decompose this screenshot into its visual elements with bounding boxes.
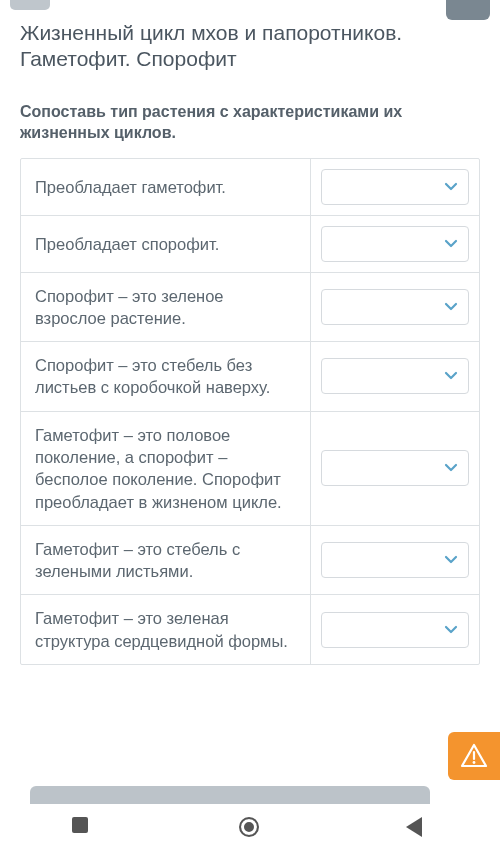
select-dropdown[interactable] — [321, 358, 469, 394]
chevron-down-icon — [444, 237, 458, 251]
select-dropdown[interactable] — [321, 169, 469, 205]
table-row: Спорофит – это стебель без листьев с кор… — [21, 342, 479, 412]
row-label: Спорофит – это стебель без листьев с кор… — [21, 342, 311, 411]
circle-icon — [239, 817, 259, 837]
top-action-button[interactable] — [446, 0, 490, 20]
triangle-back-icon — [406, 817, 422, 837]
select-dropdown[interactable] — [321, 542, 469, 578]
warning-triangle-icon — [460, 742, 488, 770]
select-dropdown[interactable] — [321, 226, 469, 262]
android-nav-bar — [0, 804, 500, 852]
svg-point-1 — [473, 761, 476, 764]
chevron-down-icon — [444, 180, 458, 194]
select-dropdown[interactable] — [321, 289, 469, 325]
table-row: Гаметофит – это стебель с зелеными листь… — [21, 526, 479, 596]
content-area: Жизненный цикл мхов и папоротников. Гаме… — [0, 0, 500, 665]
match-table: Преобладает гаметофит. Преобладает споро… — [20, 158, 480, 665]
chevron-down-icon — [444, 623, 458, 637]
table-row: Преобладает спорофит. — [21, 216, 479, 273]
row-label: Гаметофит – это половое поколение, а спо… — [21, 412, 311, 525]
row-label: Гаметофит – это зеленая структура сердце… — [21, 595, 311, 664]
square-icon — [72, 817, 88, 833]
row-label: Спорофит – это зеленое взрослое растение… — [21, 273, 311, 342]
select-dropdown[interactable] — [321, 450, 469, 486]
select-dropdown[interactable] — [321, 612, 469, 648]
table-row: Гаметофит – это половое поколение, а спо… — [21, 412, 479, 526]
chevron-down-icon — [444, 300, 458, 314]
warning-button[interactable] — [448, 732, 500, 780]
row-label: Преобладает спорофит. — [21, 216, 311, 272]
instruction-text: Сопоставь тип растения с характеристикам… — [20, 101, 480, 144]
row-select-cell — [311, 273, 479, 342]
row-select-cell — [311, 159, 479, 215]
nav-home-button[interactable] — [239, 817, 261, 839]
bottom-panel-strip — [30, 786, 430, 804]
row-label: Преобладает гаметофит. — [21, 159, 311, 215]
row-select-cell — [311, 526, 479, 595]
row-select-cell — [311, 595, 479, 664]
row-select-cell — [311, 342, 479, 411]
chevron-down-icon — [444, 369, 458, 383]
top-handle — [10, 0, 50, 10]
nav-back-button[interactable] — [406, 817, 428, 839]
chevron-down-icon — [444, 461, 458, 475]
nav-recent-button[interactable] — [72, 817, 94, 839]
row-select-cell — [311, 216, 479, 272]
page-title: Жизненный цикл мхов и папоротников. Гаме… — [20, 20, 480, 73]
chevron-down-icon — [444, 553, 458, 567]
table-row: Гаметофит – это зеленая структура сердце… — [21, 595, 479, 664]
row-select-cell — [311, 412, 479, 525]
row-label: Гаметофит – это стебель с зелеными листь… — [21, 526, 311, 595]
table-row: Спорофит – это зеленое взрослое растение… — [21, 273, 479, 343]
table-row: Преобладает гаметофит. — [21, 159, 479, 216]
